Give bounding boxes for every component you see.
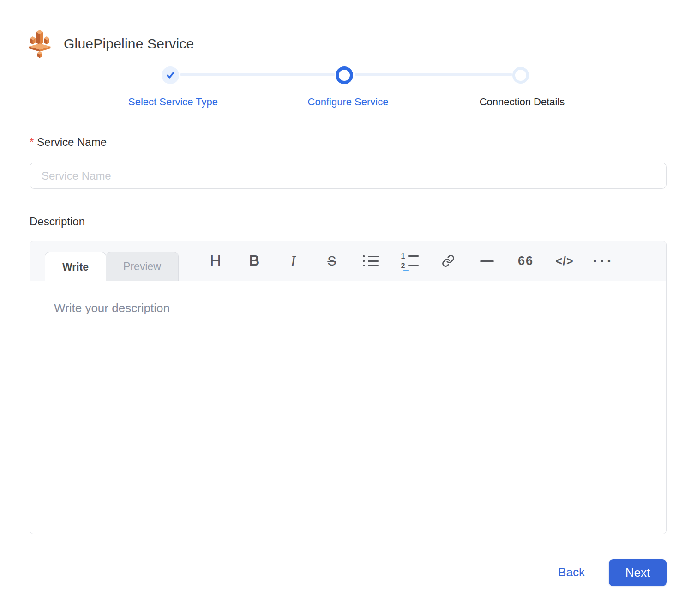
description-editor: Write Preview H B I S: [30, 241, 667, 534]
next-button[interactable]: Next: [609, 559, 667, 586]
glue-pipeline-logo-icon: [28, 30, 52, 58]
more-icon: ···: [593, 252, 614, 270]
stepper-connector-1: [180, 73, 335, 76]
check-icon: [166, 71, 175, 79]
editor-tabs: Write Preview: [45, 252, 179, 282]
editor-toolbar: Write Preview H B I S: [30, 241, 666, 281]
quote-button[interactable]: 66: [513, 248, 539, 274]
horizontal-rule-icon: [480, 260, 494, 262]
stepper-connector-2: [355, 73, 512, 76]
service-name-label-text: Service Name: [37, 136, 107, 148]
description-textarea[interactable]: Write your description: [30, 282, 666, 534]
tab-write[interactable]: Write: [45, 252, 106, 282]
page-title: GluePipeline Service: [64, 36, 194, 52]
bold-button[interactable]: B: [241, 248, 267, 274]
required-asterisk: *: [30, 136, 34, 148]
step-label-connection-details[interactable]: Connection Details: [448, 96, 596, 108]
tab-preview[interactable]: Preview: [106, 252, 179, 281]
ordered-list-button[interactable]: 1 2: [397, 248, 422, 274]
step-3-upcoming-indicator[interactable]: [512, 67, 529, 84]
step-label-select-service-type[interactable]: Select Service Type: [99, 96, 247, 108]
code-block-icon: </>: [555, 254, 573, 268]
link-button[interactable]: [435, 248, 461, 274]
more-button[interactable]: ···: [590, 248, 616, 274]
horizontal-rule-button[interactable]: [474, 248, 500, 274]
quote-icon: 66: [518, 254, 534, 268]
app-header: GluePipeline Service: [28, 30, 194, 58]
italic-button[interactable]: I: [280, 248, 306, 274]
strikethrough-icon: S: [327, 254, 336, 269]
bold-icon: B: [249, 253, 259, 269]
bullet-list-button[interactable]: [358, 248, 384, 274]
heading-button[interactable]: H: [203, 248, 228, 274]
back-button[interactable]: Back: [553, 565, 590, 580]
step-1-completed-indicator[interactable]: [162, 66, 179, 84]
step-label-configure-service[interactable]: Configure Service: [274, 96, 422, 108]
heading-icon: H: [210, 252, 221, 270]
link-icon: [442, 254, 455, 267]
italic-icon: I: [291, 253, 296, 270]
service-name-label: *Service Name: [30, 136, 107, 149]
ordered-list-icon: 1 2: [401, 253, 419, 270]
toolbar-icon-group: H B I S: [203, 241, 616, 281]
bullet-list-icon: [363, 255, 379, 266]
strikethrough-button[interactable]: S: [319, 248, 345, 274]
description-placeholder: Write your description: [54, 301, 170, 315]
page: GluePipeline Service Select Service Type…: [0, 0, 697, 616]
step-2-active-indicator[interactable]: [336, 66, 353, 84]
ordered-list-indicator: [403, 270, 409, 271]
description-label: Description: [30, 215, 85, 228]
service-name-input[interactable]: [30, 163, 667, 189]
code-block-button[interactable]: </>: [552, 248, 577, 274]
